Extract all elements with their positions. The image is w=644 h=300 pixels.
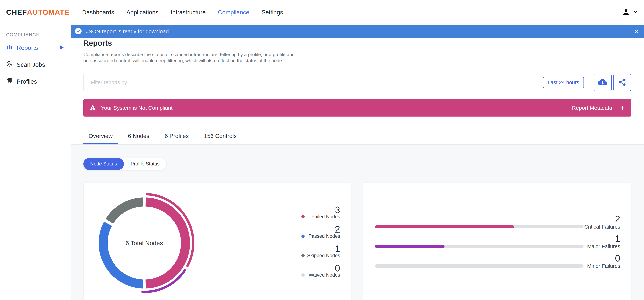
nav-infrastructure[interactable]: Infrastructure [171, 9, 206, 16]
top-nav: CHEF AUTOMATE Dashboards Applications In… [0, 0, 644, 25]
tab-controls[interactable]: 156 Controls [198, 128, 242, 144]
page-description-line: one associated control, will enable deep… [83, 57, 294, 64]
legend-value: 0 [297, 264, 340, 273]
legend-group-failed: 3 Failed Nodes [297, 205, 340, 220]
legend-label: Passed Nodes [305, 233, 340, 239]
legend-value: 1 [297, 244, 340, 253]
tab-profiles[interactable]: 6 Profiles [159, 128, 194, 144]
sidebar-item-reports[interactable]: Reports [0, 41, 70, 54]
sidebar-item-scan-jobs[interactable]: Scan Jobs [0, 58, 70, 71]
legend-value: 2 [297, 225, 340, 234]
nav-compliance[interactable]: Compliance [218, 9, 249, 16]
legend-value: 3 [297, 205, 340, 214]
critical-failures-bar [375, 225, 584, 228]
sidebar-item-label: Reports [16, 44, 38, 51]
legend-label: Waived Nodes [305, 272, 340, 278]
tab-overview[interactable]: Overview [83, 128, 118, 144]
skipped-dot-icon [302, 254, 305, 257]
notification-banner: JSON report is ready for download. ✕ [71, 25, 644, 38]
sidebar-item-profiles[interactable]: Profiles [0, 75, 70, 88]
legend-label: Skipped Nodes [305, 253, 340, 259]
user-icon [622, 8, 630, 17]
time-range-button[interactable]: Last 24 hours [543, 77, 584, 88]
severity-label: Major Failures [587, 244, 620, 249]
share-report-button[interactable] [613, 74, 631, 91]
logo-chef: CHEF [6, 8, 27, 16]
major-failures-bar [375, 245, 584, 248]
check-circle-icon [75, 27, 82, 35]
plus-icon: + [620, 104, 624, 112]
minor-failures-bar [375, 264, 584, 268]
severity-value: 1 [615, 234, 620, 244]
report-metadata-label: Report Metadata [572, 105, 612, 111]
filter-reports-input[interactable] [83, 74, 590, 91]
severity-bar-fill-1 [375, 245, 444, 248]
passed-dot-icon [302, 235, 305, 238]
page-title: Reports [83, 39, 112, 47]
main-nav: Dashboards Applications Infrastructure C… [82, 9, 283, 16]
node-status-card: 6 Total Nodes 3 Failed Nodes 2 Passed No… [83, 183, 351, 300]
severity-value: 2 [615, 214, 620, 224]
share-icon [618, 78, 626, 87]
profile-status-pill[interactable]: Profile Status [124, 158, 166, 170]
cloud-download-icon [598, 77, 607, 88]
scan-target-icon [6, 61, 12, 68]
sidebar: COMPLIANCE Reports Scan Jobs Profi [0, 25, 71, 300]
sidebar-item-label: Scan Jobs [16, 61, 45, 68]
report-metadata-toggle[interactable]: Report Metadata + [572, 104, 624, 112]
severity-label: Minor Failures [587, 263, 620, 269]
legend-label: Failed Nodes [305, 214, 340, 220]
legend-group-waived: 0 Waived Nodes [297, 264, 340, 278]
close-icon[interactable]: ✕ [634, 28, 639, 35]
severity-label: Critical Failures [584, 224, 620, 230]
sidebar-section-title: COMPLIANCE [6, 32, 70, 37]
notification-message: JSON report is ready for download. [86, 28, 170, 34]
chevron-down-icon [633, 9, 638, 15]
failure-severity-card: 2 Critical Failures 1 Major Failures 0 M… [363, 183, 631, 300]
legend-group-passed: 2 Passed Nodes [297, 225, 340, 239]
node-status-legend: 3 Failed Nodes 2 Passed Nodes 1 Skipped … [297, 205, 340, 278]
failed-dot-icon [302, 215, 305, 218]
waived-dot-icon [302, 273, 305, 277]
nav-dashboards[interactable]: Dashboards [82, 9, 114, 16]
download-report-button[interactable] [594, 74, 612, 91]
node-status-donut-svg [90, 189, 198, 297]
warning-triangle-icon [89, 104, 96, 112]
logo-automate: AUTOMATE [27, 8, 70, 16]
nav-settings[interactable]: Settings [262, 9, 283, 16]
nav-applications[interactable]: Applications [126, 9, 158, 16]
page-description: Compliance reports describe the status o… [83, 51, 294, 64]
chef-automate-logo[interactable]: CHEF AUTOMATE [6, 8, 70, 16]
severity-bar-fill-0 [375, 225, 514, 228]
report-tabs: Overview 6 Nodes 6 Profiles 156 Controls [83, 128, 242, 144]
node-status-donut: 6 Total Nodes [90, 189, 198, 297]
bar-chart-icon [6, 44, 12, 52]
sidebar-item-label: Profiles [16, 78, 37, 85]
legend-group-skipped: 1 Skipped Nodes [297, 244, 340, 259]
compliance-status-banner: Your System is Not Compliant Report Meta… [83, 99, 632, 117]
node-status-pill[interactable]: Node Status [83, 158, 124, 170]
compliance-status-message: Your System is Not Compliant [101, 105, 172, 111]
documents-icon [6, 77, 12, 85]
user-menu-button[interactable] [622, 0, 638, 25]
page-description-line: Compliance reports describe the status o… [83, 51, 294, 57]
severity-value: 0 [615, 253, 620, 263]
tab-nodes[interactable]: 6 Nodes [122, 128, 155, 144]
expand-arrow-icon [60, 44, 64, 51]
status-toggle: Node Status Profile Status [83, 158, 166, 170]
